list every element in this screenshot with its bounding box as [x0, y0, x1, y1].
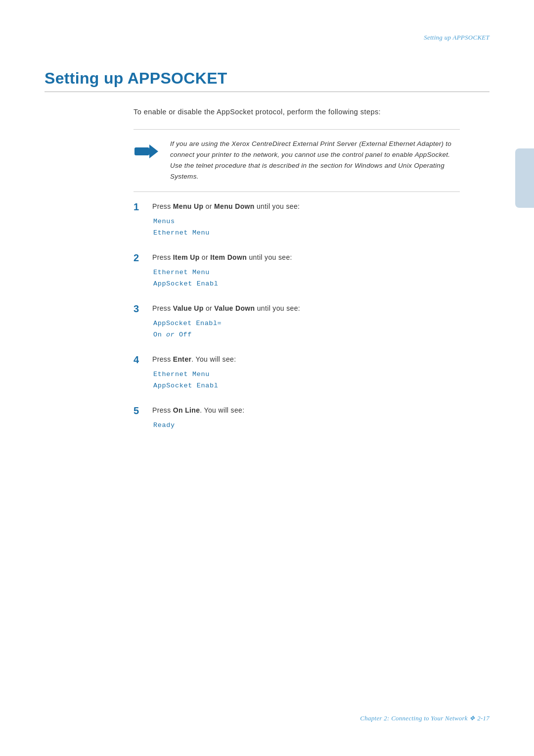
step-number-5: 5 [134, 405, 152, 417]
step-2-content: Press Item Up or Item Down until you see… [152, 252, 460, 290]
steps-area: 1 Press Menu Up or Menu Down until you s… [134, 201, 460, 431]
step-1-code: MenusEthernet Menu [153, 216, 460, 239]
svg-marker-1 [149, 144, 158, 158]
content-area: To enable or disable the AppSocket proto… [134, 106, 460, 431]
step-3-instruction: Press Value Up or Value Down until you s… [152, 303, 460, 314]
footer-text: Chapter 2: Connecting to Your Network ❖ … [360, 714, 490, 722]
step-4: 4 Press Enter. You will see: Ethernet Me… [134, 354, 460, 392]
step-2-code: Ethernet MenuAppSocket Enabl [153, 267, 460, 290]
step-5-instruction: Press On Line. You will see: [152, 405, 460, 416]
step-5-content: Press On Line. You will see: Ready [152, 405, 460, 431]
divider-2 [134, 191, 460, 192]
divider-1 [134, 129, 460, 130]
step-number-4: 4 [134, 354, 152, 366]
step-1-content: Press Menu Up or Menu Down until you see… [152, 201, 460, 239]
svg-rect-0 [134, 147, 149, 155]
page: Setting up APPSOCKET Setting up APPSOCKE… [0, 0, 534, 756]
step-4-content: Press Enter. You will see: Ethernet Menu… [152, 354, 460, 392]
step-2-instruction: Press Item Up or Item Down until you see… [152, 252, 460, 263]
step-number-3: 3 [134, 303, 152, 315]
header-reference: Setting up APPSOCKET [424, 34, 490, 42]
title-divider [44, 92, 490, 92]
side-tab-decoration [515, 148, 534, 208]
step-1-instruction: Press Menu Up or Menu Down until you see… [152, 201, 460, 212]
step-number-1: 1 [134, 201, 152, 213]
step-3: 3 Press Value Up or Value Down until you… [134, 303, 460, 341]
page-title: Setting up APPSOCKET [44, 69, 490, 88]
step-5: 5 Press On Line. You will see: Ready [134, 405, 460, 431]
step-5-code: Ready [153, 420, 460, 431]
step-number-2: 2 [134, 252, 152, 264]
step-2: 2 Press Item Up or Item Down until you s… [134, 252, 460, 290]
intro-text: To enable or disable the AppSocket proto… [134, 106, 460, 118]
step-4-code: Ethernet MenuAppSocket Enabl [153, 369, 460, 392]
note-arrow-icon [134, 141, 159, 162]
step-3-code: AppSocket Enabl=On or Off [153, 318, 460, 341]
step-3-content: Press Value Up or Value Down until you s… [152, 303, 460, 341]
step-4-instruction: Press Enter. You will see: [152, 354, 460, 365]
note-box: If you are using the Xerox CentreDirect … [134, 139, 460, 183]
step-1: 1 Press Menu Up or Menu Down until you s… [134, 201, 460, 239]
note-text: If you are using the Xerox CentreDirect … [170, 139, 460, 183]
